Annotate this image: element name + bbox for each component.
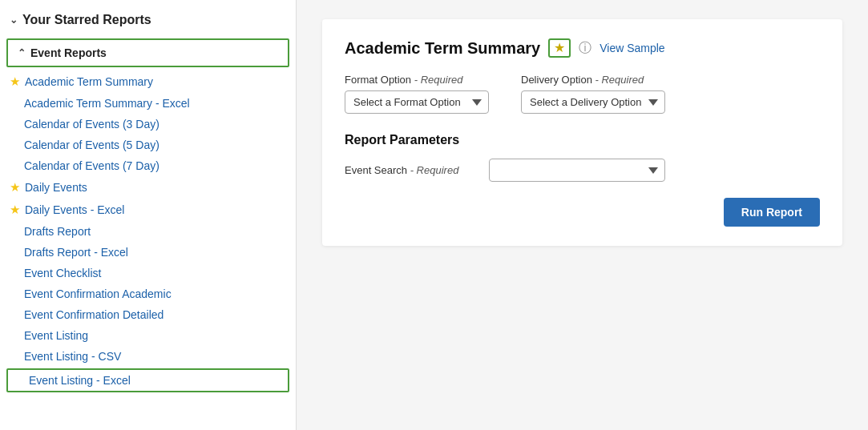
sidebar-item-drafts-report[interactable]: Drafts Report — [0, 221, 296, 242]
format-label: Format Option - Required — [345, 74, 489, 86]
section-chevron-icon: ⌃ — [18, 47, 26, 58]
sidebar-item-label-event-listing: Event Listing — [24, 329, 88, 342]
sidebar-item-label-calendar-3day: Calendar of Events (3 Day) — [24, 118, 159, 131]
sidebar-item-label-academic-term-summary-excel: Academic Term Summary - Excel — [24, 97, 190, 110]
report-title-row: Academic Term Summary ★ ⓘ View Sample — [345, 38, 820, 58]
star-icon-daily-events-excel: ★ — [10, 203, 20, 217]
sidebar-item-label-drafts-report: Drafts Report — [24, 225, 91, 238]
main-content: Academic Term Summary ★ ⓘ View Sample Fo… — [297, 0, 868, 430]
sidebar-item-calendar-5day[interactable]: Calendar of Events (5 Day) — [0, 135, 296, 155]
params-title: Report Parameters — [345, 133, 820, 147]
info-icon[interactable]: ⓘ — [579, 40, 591, 57]
star-icon-daily-events: ★ — [10, 180, 20, 195]
nav-items-list: ★Academic Term SummaryAcademic Term Summ… — [0, 70, 296, 392]
starred-chevron-icon: ⌄ — [10, 14, 18, 26]
star-icon-academic-term-summary: ★ — [10, 74, 20, 89]
delivery-option-group: Delivery Option - Required Select a Deli… — [521, 74, 665, 114]
sidebar-item-label-event-listing-csv: Event Listing - CSV — [24, 350, 121, 363]
param-row: Event Search - Required — [345, 159, 820, 182]
sidebar-item-event-confirmation-academic[interactable]: Event Confirmation Academic — [0, 283, 296, 304]
sidebar-item-label-academic-term-summary: Academic Term Summary — [25, 75, 153, 88]
sidebar-item-label-daily-events: Daily Events — [25, 181, 87, 194]
sidebar-item-event-confirmation-detailed[interactable]: Event Confirmation Detailed — [0, 304, 296, 325]
sidebar-item-academic-term-summary-excel[interactable]: Academic Term Summary - Excel — [0, 93, 296, 114]
sidebar-item-calendar-7day[interactable]: Calendar of Events (7 Day) — [0, 155, 296, 176]
run-report-button[interactable]: Run Report — [724, 198, 820, 227]
sidebar-item-label-event-confirmation-detailed: Event Confirmation Detailed — [24, 308, 164, 321]
event-reports-section[interactable]: ⌃ Event Reports — [6, 38, 289, 67]
sidebar-item-academic-term-summary[interactable]: ★Academic Term Summary — [0, 70, 296, 93]
event-reports-label: Event Reports — [30, 46, 107, 59]
sidebar-item-label-calendar-5day: Calendar of Events (5 Day) — [24, 139, 159, 151]
sidebar-item-label-event-listing-excel: Event Listing - Excel — [29, 374, 131, 387]
sidebar-item-label-event-confirmation-academic: Event Confirmation Academic — [24, 287, 172, 300]
options-row: Format Option - Required Select a Format… — [345, 74, 820, 114]
starred-reports-header[interactable]: ⌄ Your Starred Reports — [0, 6, 296, 35]
delivery-label: Delivery Option - Required — [521, 74, 665, 86]
event-search-select[interactable] — [489, 159, 665, 182]
report-card: Academic Term Summary ★ ⓘ View Sample Fo… — [322, 19, 842, 246]
format-option-group: Format Option - Required Select a Format… — [345, 74, 489, 114]
event-search-label: Event Search - Required — [345, 164, 473, 176]
view-sample-link[interactable]: View Sample — [600, 42, 664, 54]
starred-reports-label: Your Starred Reports — [22, 13, 151, 27]
sidebar-item-event-checklist[interactable]: Event Checklist — [0, 263, 296, 283]
sidebar: ⌄ Your Starred Reports ⌃ Event Reports ★… — [0, 0, 297, 430]
sidebar-item-daily-events-excel[interactable]: ★Daily Events - Excel — [0, 199, 296, 221]
delivery-select[interactable]: Select a Delivery Option Email Download — [521, 90, 665, 114]
sidebar-item-drafts-report-excel[interactable]: Drafts Report - Excel — [0, 242, 296, 263]
format-select[interactable]: Select a Format Option PDF Excel Word — [345, 90, 489, 114]
sidebar-item-label-calendar-7day: Calendar of Events (7 Day) — [24, 159, 159, 172]
sidebar-item-daily-events[interactable]: ★Daily Events — [0, 176, 296, 199]
sidebar-item-event-listing-csv[interactable]: Event Listing - CSV — [0, 346, 296, 367]
sidebar-item-label-event-checklist: Event Checklist — [24, 267, 101, 279]
report-title: Academic Term Summary — [345, 39, 540, 58]
sidebar-item-calendar-3day[interactable]: Calendar of Events (3 Day) — [0, 114, 296, 135]
sidebar-item-label-drafts-report-excel: Drafts Report - Excel — [24, 246, 128, 259]
run-row: Run Report — [345, 198, 820, 227]
star-button[interactable]: ★ — [548, 38, 571, 58]
sidebar-item-event-listing[interactable]: Event Listing — [0, 325, 296, 346]
sidebar-item-label-daily-events-excel: Daily Events - Excel — [25, 203, 124, 216]
sidebar-item-event-listing-excel[interactable]: Event Listing - Excel — [6, 368, 289, 392]
